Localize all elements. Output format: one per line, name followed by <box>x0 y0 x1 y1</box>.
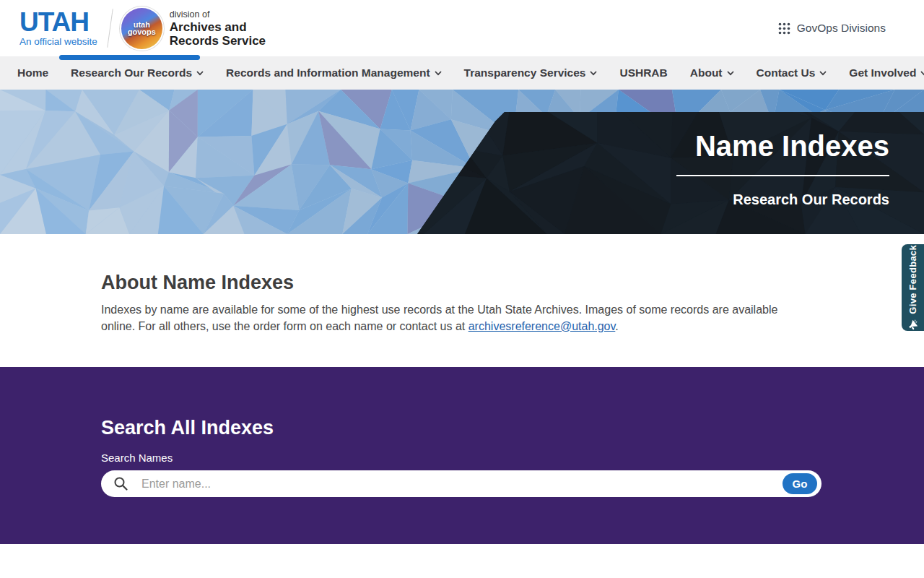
govops-divisions-label: GovOps Divisions <box>797 22 886 35</box>
nav-item-contact-us[interactable]: Contact Us <box>757 66 827 79</box>
chevron-down-icon <box>920 71 924 76</box>
chevron-down-icon <box>196 71 204 76</box>
about-section: About Name Indexes Indexes by name are a… <box>0 234 924 367</box>
nav-label: Contact Us <box>757 66 816 79</box>
division-title-link[interactable]: division of Archives and Records Service <box>170 9 266 48</box>
nav-item-transparency-services[interactable]: Transparency Services <box>464 66 598 79</box>
chevron-down-icon <box>590 71 597 76</box>
header-logo-group: UTAH An official website utah govops div… <box>19 8 266 49</box>
division-name-line1: Archives and <box>170 20 266 34</box>
govops-logo[interactable]: utah govops <box>121 8 162 49</box>
nav-label: Home <box>17 66 48 79</box>
nav-list: Home Research Our Records Records and In… <box>0 56 924 90</box>
nav-item-get-involved[interactable]: Get Involved <box>849 66 924 79</box>
logo-divider <box>107 9 113 48</box>
go-button[interactable]: Go <box>783 473 817 494</box>
hero-text-block: Name Indexes Research Our Records <box>676 130 889 208</box>
site-header: UTAH An official website utah govops div… <box>0 0 924 56</box>
chevron-down-icon <box>727 71 734 76</box>
search-section: Search All Indexes Search Names Go <box>0 367 924 544</box>
hero-divider-line <box>676 175 889 176</box>
active-tab-indicator <box>59 55 200 60</box>
nav-label: Transparency Services <box>464 66 586 79</box>
page-title: Name Indexes <box>676 130 889 162</box>
nav-label: USHRAB <box>619 66 667 79</box>
govops-divisions-button[interactable]: GovOps Divisions <box>778 22 886 35</box>
nav-label: Get Involved <box>849 66 916 79</box>
about-paragraph: Indexes by name are available for some o… <box>101 302 793 335</box>
search-names-label: Search Names <box>101 452 924 464</box>
about-text-after-link: . <box>615 320 618 332</box>
utah-wordmark-text: UTAH <box>19 10 97 35</box>
division-name-line2: Records Service <box>170 34 266 48</box>
search-bar: Go <box>101 470 821 497</box>
hero-banner: Name Indexes Research Our Records <box>0 90 924 234</box>
main-nav: Home Research Our Records Records and In… <box>0 56 924 90</box>
chevron-down-icon <box>819 71 827 76</box>
division-of-label: division of <box>170 9 266 20</box>
hero-breadcrumb: Research Our Records <box>676 191 889 208</box>
nav-item-records-information-management[interactable]: Records and Information Management <box>226 66 441 79</box>
about-heading: About Name Indexes <box>101 272 924 294</box>
nav-label: Research Our Records <box>71 66 192 79</box>
give-feedback-label: Give Feedback <box>907 245 918 314</box>
nav-label: Records and Information Management <box>226 66 430 79</box>
chevron-down-icon <box>435 71 442 76</box>
nav-label: About <box>690 66 723 79</box>
official-website-label: An official website <box>19 36 97 47</box>
nav-item-ushrab[interactable]: USHRAB <box>619 66 667 79</box>
give-feedback-tab[interactable]: Give Feedback <box>902 244 924 331</box>
search-input[interactable] <box>101 470 821 497</box>
email-link[interactable]: archivesreference@utah.gov <box>468 320 616 332</box>
govops-logo-text-2: govops <box>128 28 156 35</box>
utah-logo[interactable]: UTAH An official website <box>19 10 97 47</box>
about-text-before-link: Indexes by name are available for some o… <box>101 303 777 332</box>
search-heading: Search All Indexes <box>101 417 924 439</box>
megaphone-icon <box>906 318 920 332</box>
nav-item-about[interactable]: About <box>690 66 734 79</box>
nav-item-home[interactable]: Home <box>17 66 48 79</box>
grid-dots-icon <box>778 22 790 35</box>
nav-item-research-our-records[interactable]: Research Our Records <box>71 66 204 79</box>
